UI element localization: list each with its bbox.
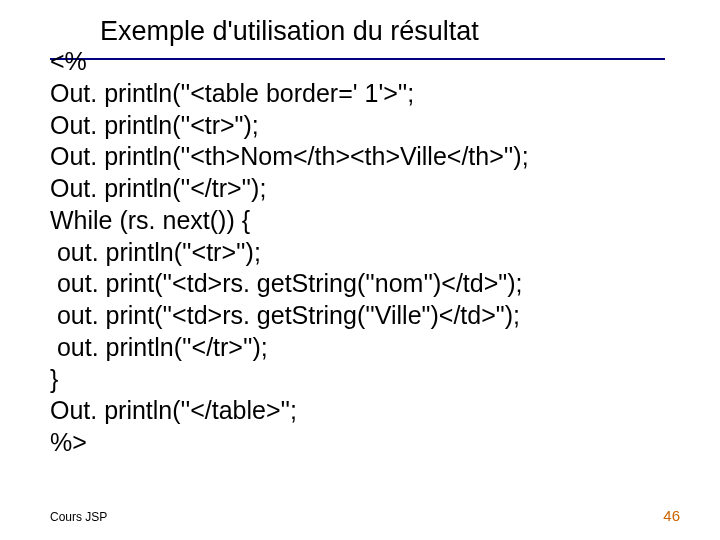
footer-course: Cours JSP (50, 510, 107, 524)
slide: Exemple d'utilisation du résultat <% Out… (0, 0, 720, 540)
footer-page-number: 46 (663, 507, 680, 524)
slide-title: Exemple d'utilisation du résultat (100, 16, 479, 47)
code-block: <% Out. println(''<table border=' 1'>'';… (50, 46, 529, 459)
